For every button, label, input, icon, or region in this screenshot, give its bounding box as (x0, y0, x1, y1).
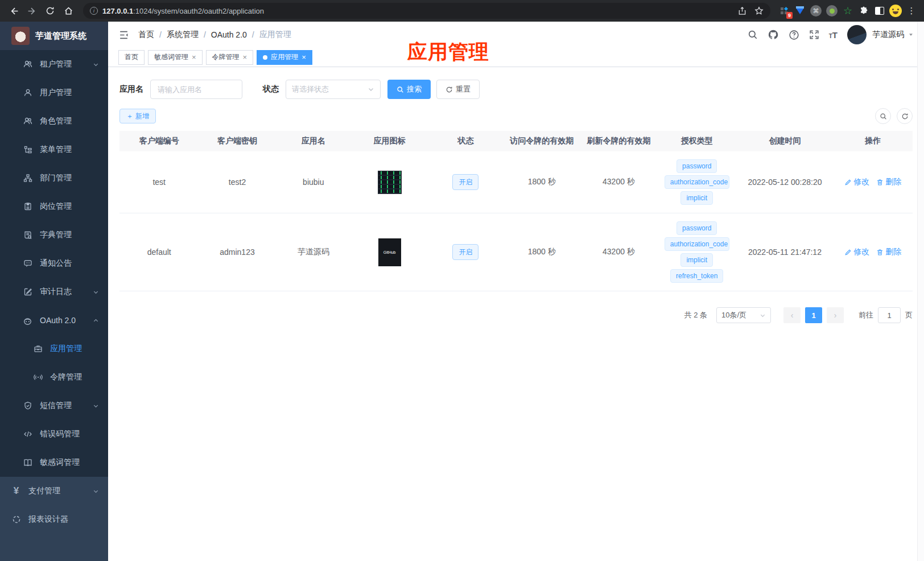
cell-created: 2022-05-11 21:47:12 (736, 248, 833, 257)
browser-menu-icon[interactable]: ⋮ (905, 4, 918, 18)
sidebar-item-audit[interactable]: 审计日志 (0, 278, 108, 306)
extension-grid-icon[interactable]: 9 (777, 4, 791, 18)
sidebar-item-post[interactable]: 岗位管理 (0, 192, 108, 221)
edit-button[interactable]: 修改 (844, 247, 869, 257)
sidebar-item-label: 敏感词管理 (40, 457, 80, 468)
page-size-select[interactable]: 10条/页 (716, 307, 771, 323)
breadcrumb-separator: / (204, 30, 206, 39)
main-header: 首页 / 系统管理 / OAuth 2.0 / 应用管理 TT 芋道源码 (108, 22, 924, 48)
col-status: 状态 (428, 136, 503, 146)
site-info-icon[interactable]: i (90, 7, 98, 15)
dashed-circle-icon (11, 515, 21, 525)
status-badge[interactable]: 开启 (452, 244, 478, 260)
sidebar-item-role[interactable]: 角色管理 (0, 107, 108, 135)
refresh-table-button[interactable] (897, 108, 913, 124)
profile-avatar-icon[interactable] (889, 4, 902, 18)
user-caret-icon[interactable] (908, 32, 914, 38)
sidebar-fold-icon[interactable] (118, 30, 129, 40)
col-app-icon: 应用图标 (351, 136, 428, 146)
grant-tag: authorization_code (665, 237, 729, 251)
sidebar-item-menu[interactable]: 菜单管理 (0, 135, 108, 164)
help-icon[interactable] (789, 30, 799, 40)
signal-icon (33, 373, 43, 382)
extension-record-icon[interactable] (825, 4, 839, 18)
cell-created: 2022-05-12 00:28:20 (736, 178, 833, 187)
app-logo[interactable]: 芋道管理系统 (0, 22, 108, 50)
cell-access-validity: 1800 秒 (504, 177, 580, 187)
close-icon[interactable]: × (302, 53, 306, 61)
sidebar-item-oauth[interactable]: OAuth 2.0 (0, 306, 108, 335)
sidebar-item-tenant[interactable]: 租户管理 (0, 50, 108, 79)
reset-button-label: 重置 (456, 84, 471, 94)
sidebar-item-label: 字典管理 (40, 230, 72, 240)
home-icon[interactable] (60, 3, 76, 19)
breadcrumb-system[interactable]: 系统管理 (167, 30, 199, 40)
extensions-puzzle-icon[interactable] (857, 4, 871, 18)
sidebar-item-sensitive[interactable]: 敏感词管理 (0, 448, 108, 477)
extension-gem-icon[interactable] (793, 4, 807, 18)
grant-tag: authorization_code (665, 175, 729, 189)
log-edit-icon (23, 287, 32, 297)
user-name[interactable]: 芋道源码 (872, 30, 904, 40)
address-bar[interactable]: i 127.0.0.1:1024/system/oauth2/oauth2/ap… (83, 3, 770, 19)
status-select[interactable]: 请选择状态 (286, 80, 381, 99)
grant-tag: password (676, 159, 717, 173)
tab-home[interactable]: 首页 (118, 50, 145, 65)
add-button[interactable]: ＋ 新增 (119, 109, 156, 123)
sidebar-item-dept[interactable]: 部门管理 (0, 164, 108, 192)
delete-button[interactable]: 删除 (876, 247, 901, 257)
page-1-button[interactable]: 1 (805, 307, 822, 323)
app-name-input[interactable] (150, 80, 242, 99)
grant-tag: implicit (680, 253, 713, 267)
sidebar-item-oauth-application[interactable]: 应用管理 (0, 335, 108, 363)
trash-icon (876, 179, 884, 186)
close-icon[interactable]: × (243, 53, 248, 61)
page-scrollbar[interactable] (917, 22, 924, 561)
tab-sensitive[interactable]: 敏感词管理× (148, 50, 203, 65)
back-icon[interactable] (6, 3, 22, 19)
share-icon[interactable] (738, 6, 746, 15)
sidebar-item-label: 短信管理 (40, 401, 72, 411)
delete-button[interactable]: 删除 (876, 177, 901, 187)
sidebar-item-dict[interactable]: 字典管理 (0, 221, 108, 249)
font-size-icon[interactable]: TT (829, 31, 838, 39)
search-button[interactable]: 搜索 (387, 80, 431, 99)
sidebar-item-notice[interactable]: 通知公告 (0, 249, 108, 278)
reset-button[interactable]: 重置 (436, 80, 480, 99)
goto-page-input[interactable] (878, 307, 901, 323)
search-icon[interactable] (748, 30, 758, 40)
col-secret: 客户端密钥 (199, 136, 275, 146)
tab-token[interactable]: 令牌管理× (206, 50, 254, 65)
github-icon[interactable] (768, 29, 779, 40)
edit-button[interactable]: 修改 (844, 177, 869, 187)
breadcrumb-oauth[interactable]: OAuth 2.0 (211, 30, 247, 39)
extension-command-icon[interactable]: ⌘ (809, 4, 823, 18)
sidebar-item-sms[interactable]: 短信管理 (0, 391, 108, 420)
bookmark-star-icon[interactable] (754, 6, 764, 15)
prev-page-button[interactable]: ‹ (783, 307, 801, 323)
toggle-search-button[interactable] (875, 108, 891, 124)
reload-icon[interactable] (42, 3, 58, 19)
grant-type-tags: password authorization_code implicit (657, 159, 736, 205)
chevron-down-icon (760, 312, 766, 319)
breadcrumb-home[interactable]: 首页 (138, 30, 154, 40)
next-page-button[interactable]: › (827, 307, 844, 323)
sidebar-item-oauth-token[interactable]: 令牌管理 (0, 363, 108, 391)
fullscreen-icon[interactable] (809, 30, 819, 40)
url-text: 127.0.0.1:1024/system/oauth2/oauth2/appl… (102, 7, 264, 15)
col-refresh-validity: 刷新令牌的有效期 (580, 136, 657, 146)
user-avatar[interactable] (847, 25, 867, 44)
extension-star-icon[interactable]: ☆ (841, 4, 855, 18)
breadcrumb-separator: / (159, 30, 162, 39)
close-icon[interactable]: × (192, 53, 196, 61)
status-badge[interactable]: 开启 (452, 174, 478, 190)
sidebar-item-pay[interactable]: ¥ 支付管理 (0, 477, 108, 505)
sidebar-item-user[interactable]: 用户管理 (0, 79, 108, 107)
tab-application[interactable]: 应用管理× (257, 50, 312, 65)
sidebar-item-errcode[interactable]: 错误码管理 (0, 420, 108, 448)
sidebar-item-report-designer[interactable]: 报表设计器 (0, 505, 108, 534)
cell-client-id: default (119, 248, 199, 257)
sidebar-item-label: 审计日志 (40, 287, 72, 297)
extension-sidepanel-icon[interactable] (873, 4, 886, 18)
forward-icon[interactable] (24, 3, 40, 19)
